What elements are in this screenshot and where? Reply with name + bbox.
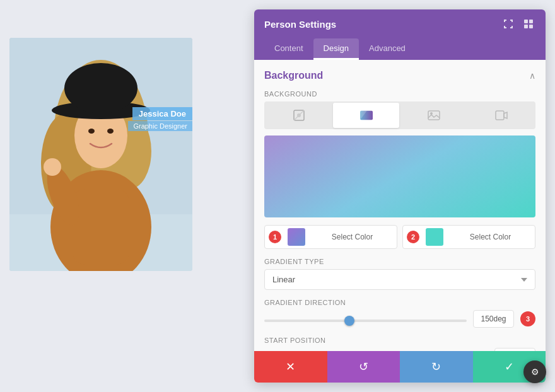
- panel-body: Background ∧ Background: [254, 60, 546, 351]
- background-field-label: Background: [264, 90, 535, 98]
- start-position-label: Start Position: [264, 337, 535, 344]
- reset-icon: ↺: [359, 360, 368, 374]
- person-role-label: Graphic Designer: [128, 121, 192, 131]
- color-2-picker[interactable]: 2 Select Color: [402, 225, 535, 249]
- color-1-badge: 1: [269, 231, 281, 243]
- redo-button[interactable]: ↻: [400, 351, 473, 383]
- gradient-type-label: Gradient Type: [264, 258, 535, 265]
- svg-rect-15: [529, 20, 533, 23]
- help-button[interactable]: ⚙: [523, 360, 546, 383]
- bg-image-icon: [428, 109, 440, 122]
- cancel-icon: ✕: [286, 360, 295, 374]
- gradient-direction-row: 150deg 3: [264, 310, 535, 328]
- color-2-badge: 2: [407, 231, 419, 243]
- svg-rect-22: [428, 111, 440, 120]
- bg-type-gradient-btn[interactable]: [333, 103, 399, 128]
- gradient-preview: [264, 135, 535, 217]
- tabs-bar: Content Design Advanced: [254, 38, 546, 60]
- gradient-direction-badge: 3: [520, 311, 535, 326]
- color-pickers-row: 1 Select Color 2 Select Color: [264, 225, 535, 249]
- tab-design[interactable]: Design: [313, 38, 359, 60]
- svg-point-11: [64, 63, 137, 113]
- gradient-direction-field: Gradient Direction 150deg 3: [264, 299, 535, 328]
- gradient-direction-value[interactable]: 150deg: [473, 310, 514, 328]
- bg-type-image-btn[interactable]: [400, 103, 467, 128]
- bg-type-none-btn[interactable]: [266, 103, 332, 128]
- gradient-direction-slider-container: [264, 313, 467, 325]
- preview-area: Jessica Doe Graphic Designer: [9, 38, 192, 271]
- gradient-type-select[interactable]: Linear Radial: [264, 269, 535, 290]
- section-title: Background: [264, 70, 323, 81]
- gradient-direction-label: Gradient Direction: [264, 299, 535, 306]
- bg-video-icon: [495, 109, 508, 122]
- action-bar: ✕ ↺ ↻ ✓: [254, 351, 546, 383]
- gradient-type-field: Gradient Type Linear Radial: [264, 258, 535, 290]
- color-2-swatch: [426, 228, 443, 246]
- preview-photo: [9, 38, 192, 271]
- tab-advanced[interactable]: Advanced: [359, 38, 416, 60]
- svg-rect-16: [524, 25, 528, 28]
- svg-rect-14: [524, 20, 528, 23]
- svg-point-9: [107, 129, 114, 134]
- section-collapse-icon[interactable]: ∧: [529, 71, 535, 81]
- color-2-label: Select Color: [446, 233, 535, 241]
- svg-point-13: [44, 158, 61, 176]
- bg-type-selector: [264, 101, 535, 129]
- svg-rect-17: [529, 25, 533, 28]
- redo-icon: ↻: [431, 360, 441, 374]
- tab-content[interactable]: Content: [264, 38, 313, 60]
- reset-button[interactable]: ↺: [327, 351, 400, 383]
- bg-gradient-icon: [360, 109, 373, 122]
- layout-icon[interactable]: [522, 17, 535, 31]
- svg-rect-6: [73, 189, 129, 265]
- help-icon: ⚙: [531, 367, 539, 377]
- color-1-picker[interactable]: 1 Select Color: [264, 225, 397, 249]
- settings-panel: Person Settings Content Design Advanced: [254, 9, 546, 383]
- person-name-label: Jessica Doe: [132, 107, 192, 120]
- bg-type-video-btn[interactable]: [468, 103, 534, 128]
- color-1-swatch: [288, 228, 305, 246]
- start-position-field: Start Position 0%: [264, 337, 535, 351]
- header-icons: [501, 17, 535, 31]
- section-header: Background ∧: [264, 70, 535, 81]
- svg-rect-24: [496, 111, 504, 120]
- panel-header: Person Settings: [254, 9, 546, 38]
- color-1-label: Select Color: [308, 233, 397, 241]
- gradient-direction-slider[interactable]: [264, 320, 467, 322]
- panel-title: Person Settings: [264, 19, 336, 30]
- cancel-button[interactable]: ✕: [254, 351, 327, 383]
- fullscreen-icon[interactable]: [501, 17, 515, 31]
- svg-point-8: [88, 129, 95, 134]
- person-image: [9, 38, 192, 271]
- save-icon: ✓: [505, 360, 514, 374]
- bg-none-icon: [293, 109, 305, 122]
